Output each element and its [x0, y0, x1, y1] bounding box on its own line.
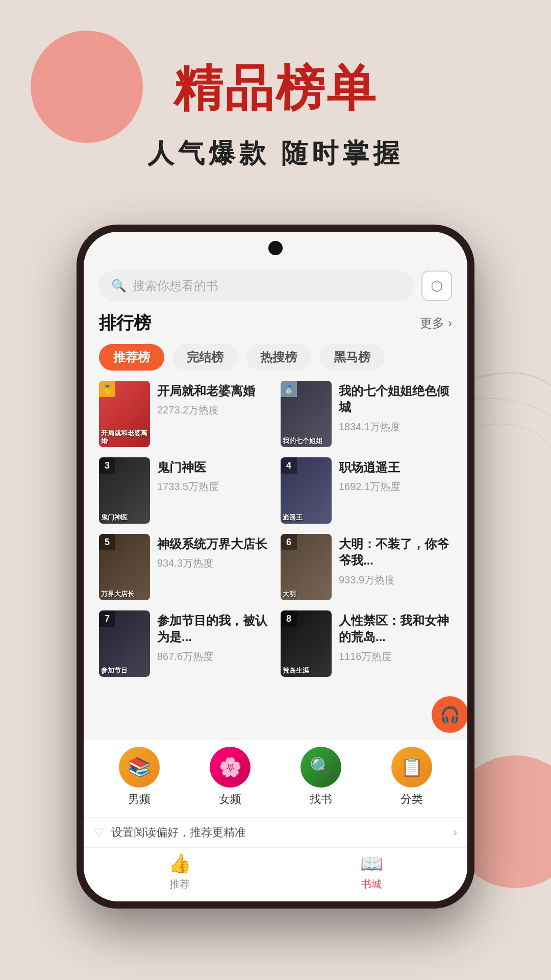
tab-recommend[interactable]: 👍 推荐 — [84, 853, 276, 891]
bottom-nav-icons-section: 📚 男频 🌸 女频 🔍 找书 📋 分类 — [84, 739, 467, 817]
nav-label-male: 男频 — [128, 792, 151, 807]
recommend-tab-label: 推荐 — [169, 877, 190, 891]
tab-dark-horse[interactable]: 黑马榜 — [319, 344, 385, 371]
bottom-tab-bar: 👍 推荐 📖 书城 — [84, 847, 467, 901]
main-title: 精品榜单 — [0, 61, 551, 115]
list-item[interactable]: 8 荒岛生涯 人性禁区：我和女神的荒岛... 1116万热度 — [281, 610, 452, 677]
book-title-1: 开局就和老婆离婚 — [157, 383, 270, 399]
rankings-section: 排行榜 更多 › 推荐榜 完结榜 热搜榜 黑马榜 — [84, 306, 467, 739]
rankings-title: 排行榜 — [99, 311, 151, 335]
search-bar-container: 🔍 搜索你想看的书 ⬡ — [84, 262, 467, 306]
book-info-5: 神级系统万界大店长 934.3万热度 — [157, 534, 270, 570]
book-title-2: 我的七个姐姐绝色倾城 — [339, 383, 452, 416]
phone-mockup: 🎧 🔍 搜索你想看的书 ⬡ 排行榜 更多 › — [77, 225, 474, 909]
book-title-8: 人性禁区：我和女神的荒岛... — [339, 612, 452, 646]
list-item[interactable]: 3 鬼门神医 鬼门神医 1733.5万热度 — [99, 457, 270, 524]
book-title-3: 鬼门神医 — [157, 459, 270, 476]
list-item[interactable]: 4 逍遥王 职场逍遥王 1692.1万热度 — [281, 457, 452, 524]
rankings-tab-bar: 推荐榜 完结榜 热搜榜 黑马榜 — [99, 344, 452, 371]
list-item[interactable]: 7 参加节目 参加节目的我，被认为是... 867.6万热度 — [99, 610, 270, 677]
book-info-3: 鬼门神医 1733.5万热度 — [157, 457, 270, 494]
book-info-1: 开局就和老婆离婚 2273.2万热度 — [157, 381, 270, 417]
book-info-6: 大明：不装了，你爷爷我... 933.9万热度 — [339, 534, 452, 587]
list-item[interactable]: 5 万界大店长 神级系统万界大店长 934.3万热度 — [99, 534, 270, 600]
bookstore-tab-label: 书城 — [361, 877, 382, 891]
rankings-header: 排行榜 更多 › — [99, 311, 452, 335]
nav-item-category[interactable]: 📋 分类 — [391, 747, 432, 807]
book-title-5: 神级系统万界大店长 — [157, 536, 270, 552]
preference-banner[interactable]: ♡ 设置阅读偏好，推荐更精准 › — [84, 817, 467, 847]
scan-button[interactable]: ⬡ — [421, 271, 452, 301]
book-heat-4: 1692.1万热度 — [339, 480, 452, 494]
rank-badge-2: 🥈 — [281, 381, 297, 397]
book-cover-8: 8 荒岛生涯 — [281, 610, 332, 677]
tab-recommended[interactable]: 推荐榜 — [99, 344, 164, 371]
tab-bookstore[interactable]: 📖 书城 — [276, 853, 467, 891]
rank-badge-6: 6 — [281, 534, 297, 550]
book-heat-3: 1733.5万热度 — [157, 480, 270, 494]
book-cover-3: 3 鬼门神医 — [99, 457, 150, 524]
nav-item-female[interactable]: 🌸 女频 — [210, 747, 251, 807]
search-icon: 🔍 — [111, 279, 127, 293]
nav-label-female: 女频 — [219, 792, 241, 807]
book-heat-6: 933.9万热度 — [339, 573, 452, 587]
book-cover-4: 4 逍遥王 — [281, 457, 332, 524]
heart-icon: ♡ — [94, 826, 104, 839]
book-info-2: 我的七个姐姐绝色倾城 1834.1万热度 — [339, 381, 452, 434]
preference-text: 设置阅读偏好，推荐更精准 — [111, 825, 446, 840]
tab-hot-search[interactable]: 热搜榜 — [246, 344, 311, 371]
book-title-6: 大明：不装了，你爷爷我... — [339, 536, 452, 569]
search-input-placeholder: 搜索你想看的书 — [133, 278, 218, 294]
book-cover-5: 5 万界大店长 — [99, 534, 150, 600]
nav-item-male[interactable]: 📚 男频 — [119, 747, 160, 807]
bookstore-tab-icon: 📖 — [360, 853, 383, 874]
floating-audio-button[interactable]: 🎧 — [432, 696, 467, 733]
find-book-icon: 🔍 — [300, 747, 341, 788]
book-heat-2: 1834.1万热度 — [339, 420, 452, 434]
book-cover-2: 🥈 我的七个姐姐 — [281, 381, 332, 447]
book-grid: 🥇 开局就和老婆离婚 开局就和老婆离婚 2273.2万热度 🥈 — [99, 381, 452, 677]
book-heat-8: 1116万热度 — [339, 650, 452, 664]
list-item[interactable]: 6 大明 大明：不装了，你爷爷我... 933.9万热度 — [281, 534, 452, 600]
list-item[interactable]: 🥈 我的七个姐姐 我的七个姐姐绝色倾城 1834.1万热度 — [281, 381, 452, 447]
nav-label-find: 找书 — [310, 792, 332, 807]
book-heat-5: 934.3万热度 — [157, 556, 270, 570]
scan-icon: ⬡ — [431, 278, 443, 295]
female-frequency-icon: 🌸 — [210, 747, 251, 788]
phone-outer: 🎧 🔍 搜索你想看的书 ⬡ 排行榜 更多 › — [77, 225, 474, 909]
nav-icons-row: 📚 男频 🌸 女频 🔍 找书 📋 分类 — [94, 747, 457, 807]
rank-badge-4: 4 — [281, 457, 297, 474]
more-link[interactable]: 更多 › — [420, 315, 452, 331]
book-cover-6: 6 大明 — [281, 534, 332, 600]
rank-badge-5: 5 — [99, 534, 115, 550]
book-info-8: 人性禁区：我和女神的荒岛... 1116万热度 — [339, 610, 452, 664]
screen-content: 🔍 搜索你想看的书 ⬡ 排行榜 更多 › 推荐榜 — [84, 232, 467, 901]
book-title-7: 参加节目的我，被认为是... — [157, 612, 270, 646]
preference-arrow: › — [454, 826, 457, 839]
book-cover-1: 🥇 开局就和老婆离婚 — [99, 381, 150, 447]
rank-badge-8: 8 — [281, 610, 297, 627]
book-cover-7: 7 参加节目 — [99, 610, 150, 677]
search-bar[interactable]: 🔍 搜索你想看的书 — [99, 271, 414, 301]
nav-item-find[interactable]: 🔍 找书 — [300, 747, 341, 807]
book-info-4: 职场逍遥王 1692.1万热度 — [339, 457, 452, 494]
book-title-4: 职场逍遥王 — [339, 459, 452, 476]
book-heat-7: 867.6万热度 — [157, 650, 270, 664]
recommend-tab-icon: 👍 — [168, 853, 191, 874]
header-section: 精品榜单 人气爆款 随时掌握 — [0, 61, 551, 172]
tab-finished[interactable]: 完结榜 — [172, 344, 238, 371]
rank-badge-7: 7 — [99, 610, 115, 627]
nav-label-category: 分类 — [400, 792, 423, 807]
rank-badge-3: 3 — [99, 457, 115, 474]
category-icon: 📋 — [391, 747, 432, 788]
sub-title: 人气爆款 随时掌握 — [0, 136, 551, 172]
list-item[interactable]: 🥇 开局就和老婆离婚 开局就和老婆离婚 2273.2万热度 — [99, 381, 270, 447]
rank-badge-1: 🥇 — [99, 381, 115, 397]
phone-screen: 🎧 🔍 搜索你想看的书 ⬡ 排行榜 更多 › — [84, 232, 467, 901]
book-info-7: 参加节目的我，被认为是... 867.6万热度 — [157, 610, 270, 664]
camera-hole — [268, 241, 283, 255]
book-heat-1: 2273.2万热度 — [157, 403, 270, 417]
male-frequency-icon: 📚 — [119, 747, 160, 788]
